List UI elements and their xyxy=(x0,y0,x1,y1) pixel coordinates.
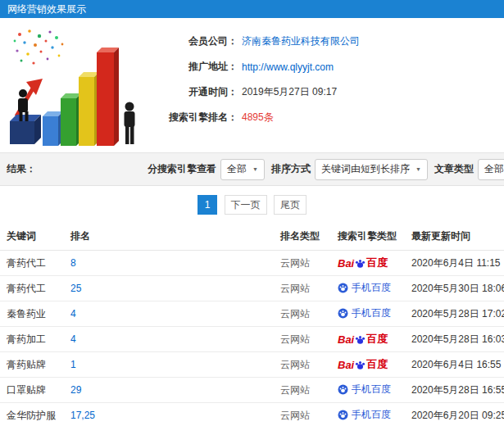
promo-url-label: 推广地址： xyxy=(146,60,238,74)
table-row: 膏药代工8云网站Bai百度2020年6月4日 11:15 xyxy=(0,251,504,276)
table-row: 膏药贴牌1云网站Bai百度2020年6月4日 16:55 xyxy=(0,352,504,378)
rank-type-cell: 云网站 xyxy=(274,403,331,426)
rank-link[interactable]: 1 xyxy=(70,359,76,370)
mobile-baidu-logo: 手机百度 xyxy=(338,408,391,422)
chevron-down-icon: ▼ xyxy=(252,166,258,172)
header-rank: 排名 xyxy=(64,223,274,251)
updated-time-cell: 2020年6月4日 11:15 xyxy=(405,251,504,276)
updated-time-cell: 2020年5月28日 17:02 xyxy=(405,301,504,327)
company-info: 会员公司： 济南秦鲁药业科技有限公司 推广地址： http://www.qlyy… xyxy=(146,25,504,149)
rank-link[interactable]: 29 xyxy=(70,384,81,396)
sort-select[interactable]: 关键词由短到长排序 ▼ xyxy=(315,159,428,180)
keyword-cell: 金华防护服 xyxy=(0,403,64,426)
keyword-cell: 膏药贴牌 xyxy=(0,352,64,378)
open-time-label: 开通时间： xyxy=(146,85,238,99)
mobile-baidu-logo: 手机百度 xyxy=(338,281,391,295)
table-row: 膏药加工4云网站Bai百度2020年5月28日 16:03 xyxy=(0,327,504,352)
rank-link[interactable]: 17,25 xyxy=(70,410,95,421)
rank-link[interactable]: 25 xyxy=(70,283,81,294)
mobile-baidu-label: 手机百度 xyxy=(352,306,391,320)
confetti-dots xyxy=(14,29,64,64)
company-name-link[interactable]: 济南秦鲁药业科技有限公司 xyxy=(242,34,360,48)
table-header-row: 关键词 排名 排名类型 搜索引擎类型 最新更新时间 xyxy=(0,223,504,251)
header-rank-type: 排名类型 xyxy=(274,223,331,251)
keyword-cell: 膏药加工 xyxy=(0,327,64,352)
updated-time-cell: 2020年6月20日 09:25 xyxy=(405,403,504,426)
summary-section: 会员公司： 济南秦鲁药业科技有限公司 推广地址： http://www.qlyy… xyxy=(0,18,504,152)
rank-type-cell: 云网站 xyxy=(274,352,331,378)
page-title: 网络营销效果展示 xyxy=(7,3,86,15)
rank-cell: 8 xyxy=(64,251,274,276)
table-row: 金华防护服17,25云网站手机百度2020年6月20日 09:25 xyxy=(0,403,504,426)
rank-cell: 25 xyxy=(64,276,274,301)
bar-green xyxy=(61,93,81,146)
rank-cell: 1 xyxy=(64,352,274,378)
businessman-right xyxy=(125,102,135,145)
engine-cell: 手机百度 xyxy=(331,403,405,426)
next-page-button[interactable]: 下一页 xyxy=(225,195,267,215)
article-type-label: 文章类型 xyxy=(434,162,474,176)
promo-url-link[interactable]: http://www.qlyyjt.com xyxy=(242,61,334,73)
updated-time-cell: 2020年5月28日 16:55 xyxy=(405,378,504,403)
article-type-select-value: 全部 xyxy=(484,162,504,176)
marketing-report-page: 网络营销效果展示 xyxy=(0,0,504,426)
page-1-button[interactable]: 1 xyxy=(198,195,217,215)
company-label: 会员公司： xyxy=(146,34,238,48)
article-type-select[interactable]: 全部 ▼ xyxy=(478,159,504,180)
chevron-down-icon: ▼ xyxy=(415,166,421,172)
filter-bar: 结果： 分搜索引擎查看 全部 ▼ 排序方式 关键词由短到长排序 ▼ 文章类型 全… xyxy=(0,152,504,186)
baidu-logo: Bai百度 xyxy=(338,256,388,270)
table-row: 膏药代工25云网站手机百度2020年5月30日 18:06 xyxy=(0,276,504,301)
rank-link[interactable]: 4 xyxy=(70,308,76,320)
chart-illustration xyxy=(5,25,146,149)
baidu-logo: Bai百度 xyxy=(338,332,388,347)
engine-cell: 手机百度 xyxy=(331,301,405,327)
updated-time-cell: 2020年5月30日 18:06 xyxy=(405,276,504,301)
engine-select-value: 全部 xyxy=(227,162,247,176)
table-row: 秦鲁药业4云网站手机百度2020年5月28日 17:02 xyxy=(0,301,504,327)
engine-cell: 手机百度 xyxy=(331,276,405,301)
keyword-cell: 膏药代工 xyxy=(0,251,64,276)
mobile-baidu-icon xyxy=(338,283,348,293)
engine-filter-label: 分搜索引擎查看 xyxy=(148,162,216,176)
rank-type-cell: 云网站 xyxy=(274,327,331,352)
baidu-logo: Bai百度 xyxy=(338,357,388,372)
info-row-open-time: 开通时间： 2019年5月27日 09:17 xyxy=(146,85,504,99)
rank-cell: 4 xyxy=(64,327,274,352)
updated-time-cell: 2020年6月4日 16:55 xyxy=(405,352,504,378)
info-row-company: 会员公司： 济南秦鲁药业科技有限公司 xyxy=(146,34,504,48)
rank-type-cell: 云网站 xyxy=(274,301,331,327)
engine-cell: Bai百度 xyxy=(331,352,405,378)
last-page-button[interactable]: 尾页 xyxy=(274,195,306,215)
title-bar: 网络营销效果展示 xyxy=(0,0,504,18)
engine-cell: Bai百度 xyxy=(331,327,405,352)
sort-select-value: 关键词由短到长排序 xyxy=(321,162,410,176)
updated-time-cell: 2020年5月28日 16:03 xyxy=(405,327,504,352)
mobile-baidu-label: 手机百度 xyxy=(352,281,391,295)
rank-link[interactable]: 4 xyxy=(70,333,76,345)
rank-cell: 29 xyxy=(64,378,274,403)
results-tbody: 膏药代工8云网站Bai百度2020年6月4日 11:15膏药代工25云网站手机百… xyxy=(0,251,504,426)
mobile-baidu-logo: 手机百度 xyxy=(338,306,391,320)
keyword-cell: 口罩贴牌 xyxy=(0,378,64,403)
bar-red xyxy=(97,48,119,146)
rank-type-cell: 云网站 xyxy=(274,276,331,301)
rank-link[interactable]: 8 xyxy=(70,257,76,269)
keyword-cell: 秦鲁药业 xyxy=(0,301,64,327)
bar-chart-graphic xyxy=(5,25,146,149)
engine-cell: 手机百度 xyxy=(331,378,405,403)
mobile-baidu-icon xyxy=(338,410,348,420)
rank-cell: 17,25 xyxy=(64,403,274,426)
rank-count-label: 搜索引擎排名： xyxy=(146,111,238,125)
mobile-baidu-icon xyxy=(338,308,348,319)
mobile-baidu-logo: 手机百度 xyxy=(338,383,391,397)
mobile-baidu-label: 手机百度 xyxy=(352,383,391,397)
header-updated-time: 最新更新时间 xyxy=(405,223,504,251)
bar-yellow xyxy=(79,72,99,146)
pagination: 1 下一页 尾页 xyxy=(0,186,504,223)
results-table: 关键词 排名 排名类型 搜索引擎类型 最新更新时间 膏药代工8云网站Bai百度2… xyxy=(0,223,504,426)
engine-select[interactable]: 全部 ▼ xyxy=(220,159,265,180)
rank-type-cell: 云网站 xyxy=(274,251,331,276)
rank-type-cell: 云网站 xyxy=(274,378,331,403)
info-row-url: 推广地址： http://www.qlyyjt.com xyxy=(146,60,504,74)
